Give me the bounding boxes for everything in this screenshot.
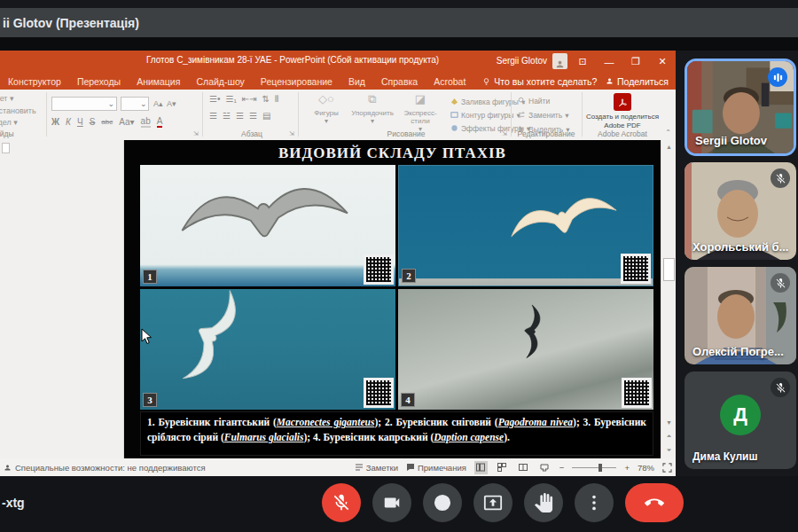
comments-button[interactable]: Примечания xyxy=(406,463,466,473)
shrink-font-icon[interactable]: А▾ xyxy=(167,99,176,108)
screenshare-title: ii Glotov (Презентація) xyxy=(3,16,139,30)
participant-name: Sergii Glotov xyxy=(695,134,767,147)
next-slide-icon[interactable]: ⏷ xyxy=(661,444,677,457)
ribbon-display-options-icon[interactable]: ⊡ xyxy=(569,51,596,73)
ribbon-tab-5[interactable]: Рецензирование xyxy=(253,76,340,87)
participant-tile-oleksii[interactable]: Олексій Погре... xyxy=(685,267,796,364)
previous-slide-icon[interactable]: ⏶ xyxy=(661,430,677,442)
layout-button[interactable]: Макет ▾ xyxy=(0,93,47,106)
notes-button[interactable]: Заметки xyxy=(355,463,398,473)
caption-segment: Daption capense xyxy=(434,432,504,442)
zoom-in-icon[interactable]: + xyxy=(624,463,630,473)
vertical-scrollbar[interactable]: ▲ ▼ ⏶ ⏷ xyxy=(661,140,676,458)
accessibility-status[interactable]: Специальные возможности: не поддерживают… xyxy=(4,463,206,473)
more-options-button[interactable] xyxy=(575,483,614,522)
person-icon xyxy=(555,59,565,69)
ppt-ribbon-tab-row: КонструкторПереходыАнимацияСлайд-шоуРеце… xyxy=(0,73,676,90)
slide-canvas[interactable]: ВИДОВИЙ СКЛАДУ ПТАХІВ 1 xyxy=(125,140,660,458)
replace-button[interactable]: Заменить▾ xyxy=(518,109,570,121)
highlight-color-icon[interactable]: ab xyxy=(141,116,151,128)
bullets-icon[interactable]: ☰• xyxy=(209,94,220,105)
tell-me-label: Что вы хотите сделать? xyxy=(494,76,597,87)
normal-view-button[interactable] xyxy=(474,461,488,474)
arrange-button[interactable]: ⧉ Упорядочить▾ xyxy=(349,93,395,134)
raise-hand-button[interactable] xyxy=(524,483,563,522)
columns-icon[interactable]: ⫴ xyxy=(275,94,278,105)
ppt-account-name[interactable]: Sergii Glotov xyxy=(497,56,547,66)
meet-bottom-bar: -xtg xyxy=(0,476,798,532)
align-center-icon[interactable]: ☱ xyxy=(223,111,231,121)
caption-segment: 1. Буревісник гігантський ( xyxy=(147,417,277,427)
participant-tile-khorolskyi[interactable]: Хорольський б... xyxy=(685,162,796,260)
notes-icon xyxy=(355,463,364,472)
change-case-button[interactable]: Аа▾ xyxy=(119,117,134,127)
strikethrough-button[interactable]: Ѕ xyxy=(90,117,96,127)
slide-caption[interactable]: 1. Буревісник гігантський (Macronectes g… xyxy=(140,411,653,456)
shapes-button[interactable]: ◇○ Фигуры▾ xyxy=(303,93,349,134)
participant-tile-sergii-glotov[interactable]: Sergii Glotov xyxy=(685,59,796,156)
slide-image-giant-petrel[interactable]: 1 xyxy=(140,165,395,286)
bold-button[interactable]: Ж xyxy=(51,117,59,127)
close-button[interactable]: ✕ xyxy=(649,51,676,73)
slide-image-fulmar[interactable]: 3 xyxy=(140,289,395,411)
ribbon-tab-3[interactable]: Анимация xyxy=(129,76,188,87)
slide-thumbnails-pane[interactable] xyxy=(0,140,124,458)
slide-image-cape-petrel[interactable]: 4 xyxy=(398,289,653,411)
ribbon-tab-7[interactable]: Справка xyxy=(373,76,426,87)
zoom-level[interactable]: 78% xyxy=(638,463,654,473)
scroll-down-icon[interactable]: ▼ xyxy=(661,416,677,428)
fit-slide-icon[interactable] xyxy=(662,463,672,473)
participant-tile-dyma-kulysh[interactable]: Д Дима Кулиш xyxy=(685,372,796,469)
zoom-out-icon[interactable]: − xyxy=(559,463,565,473)
caption-segment: ); 4. Буревісник капрський ( xyxy=(304,432,434,442)
mic-button[interactable] xyxy=(322,483,361,522)
text-direction-icon[interactable]: ▤ xyxy=(262,111,270,121)
scrollbar-thumb[interactable] xyxy=(663,258,675,281)
reset-button[interactable]: Восстановить xyxy=(0,106,47,118)
align-left-icon[interactable]: ☰ xyxy=(209,111,217,121)
indent-icons[interactable]: ⇤⇥ xyxy=(242,94,257,105)
search-icon xyxy=(518,97,526,105)
reactions-button[interactable] xyxy=(423,483,462,522)
line-spacing-icon[interactable]: ⇅ xyxy=(262,94,270,105)
zoom-slider-thumb[interactable] xyxy=(598,464,602,472)
qr-code xyxy=(364,378,394,408)
screenshare-banner[interactable]: ii Glotov (Презентація) xyxy=(0,8,798,37)
zoom-slider[interactable] xyxy=(572,467,616,468)
numbering-icon[interactable]: ☰₁ xyxy=(225,94,236,105)
ppt-share-button[interactable]: Поделиться xyxy=(606,76,669,87)
end-call-button[interactable] xyxy=(625,483,684,522)
font-color-button[interactable]: А xyxy=(157,116,163,128)
scroll-up-icon[interactable]: ▲ xyxy=(661,140,677,153)
slide-title[interactable]: ВИДОВИЙ СКЛАДУ ПТАХІВ xyxy=(125,145,660,162)
grow-font-icon[interactable]: А▴ xyxy=(153,99,163,108)
tell-me-box[interactable]: Что вы хотите сделать? xyxy=(482,76,597,87)
font-size-combo[interactable]: ⌄ xyxy=(121,97,149,111)
justify-icon[interactable]: ☰ xyxy=(249,111,257,121)
section-button[interactable]: Раздел ▾ xyxy=(0,117,47,129)
create-pdf-button[interactable]: Создать и поделиться Adobe PDF xyxy=(585,93,660,130)
slide-thumbnail[interactable] xyxy=(2,143,10,153)
ribbon-tab-1[interactable]: Конструктор xyxy=(0,76,69,87)
collapse-ribbon-icon[interactable]: ⌃ xyxy=(665,129,671,137)
ribbon-tab-8[interactable]: Acrobat xyxy=(426,76,473,87)
font-name-combo[interactable]: ⌄ xyxy=(51,97,117,111)
clear-formatting-icon[interactable]: abc xyxy=(101,118,113,126)
reading-view-button[interactable] xyxy=(517,461,530,474)
underline-button[interactable]: Ч xyxy=(77,117,83,127)
ppt-account-avatar[interactable] xyxy=(552,53,567,69)
minimize-button[interactable]: — xyxy=(596,51,622,73)
align-right-icon[interactable]: ☰ xyxy=(236,111,244,121)
slide-sorter-view-button[interactable] xyxy=(496,461,509,474)
slide-image-snow-petrel[interactable]: 2 xyxy=(398,165,653,286)
find-button[interactable]: Найти xyxy=(518,95,570,106)
present-button[interactable] xyxy=(473,483,512,522)
restore-button[interactable]: ❐ xyxy=(622,51,649,73)
camera-button[interactable] xyxy=(372,483,411,522)
italic-button[interactable]: К xyxy=(66,117,71,127)
slideshow-view-button[interactable] xyxy=(538,461,552,474)
ribbon-tab-4[interactable]: Слайд-шоу xyxy=(188,76,252,87)
ribbon-tab-2[interactable]: Переходы xyxy=(69,76,129,87)
ribbon-tab-6[interactable]: Вид xyxy=(340,76,373,87)
quick-styles-button[interactable]: ◪ Экспресс-стили▾ xyxy=(395,93,445,134)
